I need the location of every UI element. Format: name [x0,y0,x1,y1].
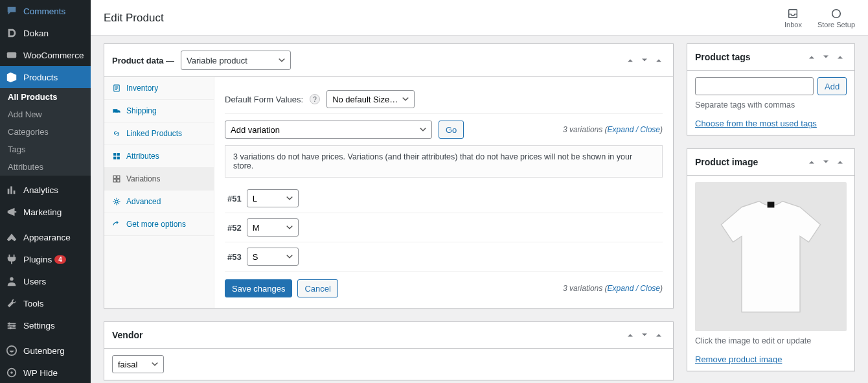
sidebar-label: Tools [23,299,44,308]
panel-up-icon[interactable] [805,156,818,168]
svg-rect-14 [113,153,116,156]
sidebar-item-settings[interactable]: Settings [0,314,91,336]
header-store-setup[interactable]: Store Setup [817,8,855,29]
variation-attribute-select[interactable]: L [247,189,299,207]
sidebar-submenu-products: All Products Add New Categories Tags Att… [0,88,91,176]
sidebar-label: Plugins [23,255,52,264]
sidebar-item-woocommerce[interactable]: WooCommerce [0,44,91,66]
sidebar-label: Users [23,277,46,286]
marketing-icon [5,205,18,218]
sidebar-item-comments[interactable]: Comments [0,0,91,22]
go-button[interactable]: Go [439,121,464,139]
panel-toggle-icon[interactable] [652,54,665,67]
panel-down-icon[interactable] [819,51,832,64]
sidebar-item-plugins[interactable]: Plugins 4 [0,248,91,270]
svg-rect-19 [117,176,120,178]
admin-sidebar: Comments Dokan WooCommerce Products All … [0,0,91,383]
svg-rect-20 [113,180,116,182]
tab-attributes[interactable]: Attributes [104,145,214,168]
wphide-icon [5,366,18,379]
sidebar-label: WooCommerce [23,51,84,60]
analytics-icon [5,183,18,196]
variation-row[interactable]: #52 M [225,213,663,242]
sidebar-sub-categories[interactable]: Categories [0,123,91,141]
sidebar-item-marketing[interactable]: Marketing [0,201,91,223]
tab-variations[interactable]: Variations [104,168,214,191]
tags-input[interactable] [695,77,814,95]
tab-shipping[interactable]: Shipping [104,100,214,122]
expand-close-link[interactable]: Expand / Close [608,125,660,134]
attributes-icon [112,152,121,161]
sidebar-label: WP Hide [23,368,58,378]
sidebar-item-analytics[interactable]: Analytics [0,179,91,201]
expand-close-link-footer[interactable]: Expand / Close [608,284,660,293]
product-data-label: Product data — [112,56,174,65]
panel-down-icon[interactable] [638,54,651,67]
sidebar-sub-add-new[interactable]: Add New [0,106,91,123]
default-form-values-label: Default Form Values: [225,95,303,104]
link-icon [112,129,121,138]
tab-get-more[interactable]: Get more options [104,213,214,236]
product-tags-title: Product tags [695,52,751,62]
sidebar-item-dokan[interactable]: Dokan [0,22,91,44]
panel-up-icon[interactable] [805,51,818,64]
panel-up-icon[interactable] [624,329,637,342]
woocommerce-icon [5,49,18,62]
panel-toggle-icon[interactable] [652,329,665,342]
gutenberg-icon [5,344,18,357]
sidebar-item-gutenberg[interactable]: Gutenberg [0,340,91,362]
variation-attribute-select[interactable]: M [247,218,299,237]
sidebar-label: Marketing [23,207,62,217]
sidebar-label: Products [23,73,58,82]
variations-count: 3 variations [563,125,602,134]
tab-advanced[interactable]: Advanced [104,191,214,213]
panel-toggle-icon[interactable] [834,156,847,168]
variation-row[interactable]: #53 S [225,242,663,272]
header-store-setup-label: Store Setup [817,21,855,29]
remove-product-image-link[interactable]: Remove product image [695,354,782,364]
sidebar-item-products[interactable]: Products [0,66,91,88]
svg-rect-18 [113,176,116,178]
cancel-button[interactable]: Cancel [297,279,337,297]
sidebar-label: Gutenberg [23,346,65,356]
product-image-title: Product image [695,157,758,167]
sidebar-label: Settings [23,321,55,331]
gear-icon [112,197,121,206]
product-image-thumbnail[interactable] [695,182,847,331]
comment-icon [5,5,18,17]
variations-count-footer: 3 variations [563,284,602,293]
svg-rect-17 [117,157,120,159]
vendor-select[interactable]: faisal [112,355,164,373]
variation-row[interactable]: #51 L [225,184,663,213]
sidebar-item-appearance[interactable]: Appearance [0,226,91,248]
sidebar-sub-all-products[interactable]: All Products [0,88,91,106]
sidebar-item-tools[interactable]: Tools [0,292,91,314]
panel-down-icon[interactable] [638,329,651,342]
sidebar-label: Dokan [23,29,49,38]
tab-linked-products[interactable]: Linked Products [104,122,214,145]
sidebar-sub-tags[interactable]: Tags [0,141,91,158]
save-changes-button[interactable]: Save changes [225,279,292,297]
help-icon[interactable]: ? [310,94,320,104]
sidebar-item-users[interactable]: Users [0,270,91,292]
no-prices-notice: 3 variations do not have prices. Variati… [225,145,663,178]
variation-attribute-select[interactable]: S [247,248,299,266]
header-inbox[interactable]: Inbox [784,8,802,29]
tab-inventory[interactable]: Inventory [104,77,214,100]
add-tag-button[interactable]: Add [817,77,847,95]
sidebar-item-wphide[interactable]: WP Hide [0,362,91,383]
choose-used-tags-link[interactable]: Choose from the most used tags [695,119,817,128]
panel-toggle-icon[interactable] [834,51,847,64]
store-setup-icon [830,8,843,19]
panel-down-icon[interactable] [819,156,832,168]
variation-action-select[interactable]: Add variation [225,121,432,139]
svg-point-1 [10,277,13,281]
default-form-value-select[interactable]: No default Size… [326,90,415,108]
svg-rect-23 [768,202,775,207]
product-data-tabs: Inventory Shipping Linked Products Attri… [104,77,214,308]
vendor-metabox: Vendor faisal [104,321,674,380]
sidebar-sub-attributes[interactable]: Attributes [0,158,91,176]
panel-up-icon[interactable] [624,54,637,67]
svg-rect-0 [7,52,16,58]
product-type-select[interactable]: Variable product [181,51,291,70]
